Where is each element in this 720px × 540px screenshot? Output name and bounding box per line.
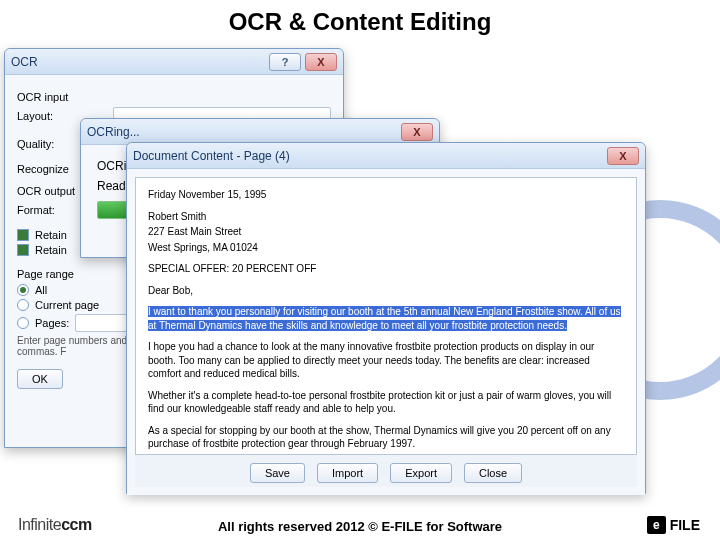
ocr-settings-title: OCR xyxy=(11,55,265,69)
all-radio[interactable] xyxy=(17,284,29,296)
retain1-checkbox[interactable] xyxy=(17,229,29,241)
slide-footer: All rights reserved 2012 © E-FILE for So… xyxy=(0,519,720,534)
ocring-title: OCRing... xyxy=(87,125,397,139)
ocr-settings-titlebar: OCR ? X xyxy=(5,49,343,75)
retain1-label: Retain xyxy=(35,229,67,241)
help-button[interactable]: ? xyxy=(269,53,301,71)
doc-p3: Whether it's a complete head-to-toe pers… xyxy=(148,389,624,416)
doc-p4: As a special for stopping by our booth a… xyxy=(148,424,624,451)
document-editor[interactable]: Friday November 15, 1995 Robert Smith 22… xyxy=(135,177,637,455)
efile-logo-glyph: e xyxy=(647,516,666,534)
save-button[interactable]: Save xyxy=(250,463,305,483)
infiniteccm-logo: Infiniteccm xyxy=(18,516,92,534)
close-button[interactable]: X xyxy=(401,123,433,141)
document-content-window: Document Content - Page (4) X Friday Nov… xyxy=(126,142,646,494)
doc-subject: SPECIAL OFFER: 20 PERCENT OFF xyxy=(148,262,624,276)
close-doc-button[interactable]: Close xyxy=(464,463,522,483)
document-content-titlebar: Document Content - Page (4) X xyxy=(127,143,645,169)
export-button[interactable]: Export xyxy=(390,463,452,483)
doc-p2: I hope you had a chance to look at the m… xyxy=(148,340,624,381)
current-radio[interactable] xyxy=(17,299,29,311)
slide-title: OCR & Content Editing xyxy=(0,8,720,36)
doc-date: Friday November 15, 1995 xyxy=(148,188,624,202)
pages-radio[interactable] xyxy=(17,317,29,329)
ocr-input-label: OCR input xyxy=(17,91,331,103)
doc-salutation: Dear Bob, xyxy=(148,284,624,298)
pages-label: Pages: xyxy=(35,317,69,329)
import-button[interactable]: Import xyxy=(317,463,378,483)
efile-logo-text: FILE xyxy=(670,517,700,533)
doc-addr2: 227 East Main Street xyxy=(148,225,624,239)
doc-highlight: I want to thank you personally for visit… xyxy=(148,306,621,331)
close-button[interactable]: X xyxy=(305,53,337,71)
efile-logo: e FILE xyxy=(647,516,700,534)
all-label: All xyxy=(35,284,47,296)
document-content-title: Document Content - Page (4) xyxy=(133,149,603,163)
ok-button[interactable]: OK xyxy=(17,369,63,389)
retain2-checkbox[interactable] xyxy=(17,244,29,256)
retain2-label: Retain xyxy=(35,244,67,256)
current-label: Current page xyxy=(35,299,99,311)
doc-addr3: West Springs, MA 01024 xyxy=(148,241,624,255)
close-button[interactable]: X xyxy=(607,147,639,165)
doc-addr1: Robert Smith xyxy=(148,210,624,224)
